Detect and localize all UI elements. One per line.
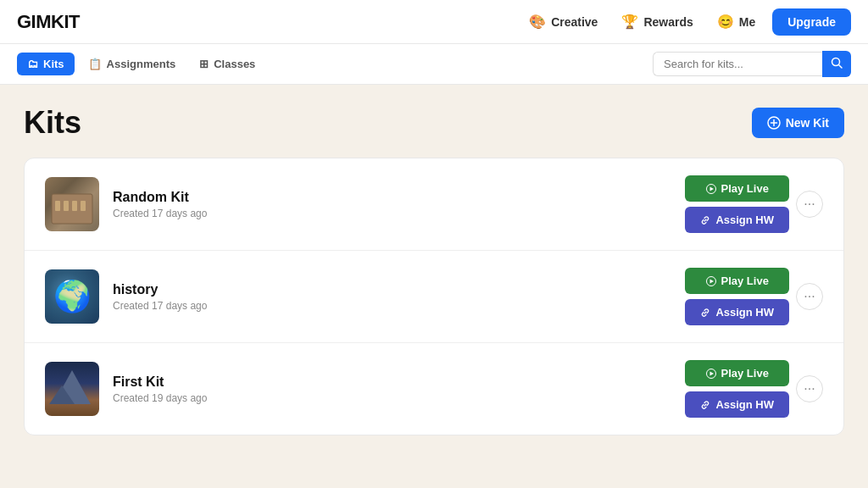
subheader: 🗂 Kits 📋 Assignments ⊞ Classes [0,44,868,85]
kit-left-first: First Kit Created 19 days ago [45,362,207,416]
kit-meta-history: Created 17 days ago [113,300,207,312]
assign-hw-label-first: Assign HW [715,398,774,411]
kit-buttons-history: Play Live Assign HW [685,268,789,325]
kit-meta-first: Created 19 days ago [113,392,207,404]
kit-left-random: Random Kit Created 17 days ago [45,177,207,231]
play-live-button-random[interactable]: Play Live [685,175,789,202]
kit-item-history: history Created 17 days ago Play Live [25,251,843,343]
assign-hw-label-history: Assign HW [715,306,774,319]
tab-classes-label: Classes [214,58,255,70]
kit-info-history: history Created 17 days ago [113,282,207,312]
nav-rewards[interactable]: 🏆 Rewards [615,8,699,35]
kit-actions-first: Play Live Assign HW ··· [685,360,823,418]
kits-header: Kits New Kit [24,105,844,141]
link-icon [700,400,710,410]
kits-list: Random Kit Created 17 days ago Play Live [24,158,844,435]
assign-hw-button-first[interactable]: Assign HW [685,391,789,418]
new-kit-button[interactable]: New Kit [752,108,844,138]
svg-marker-10 [709,371,714,375]
kit-info-first: First Kit Created 19 days ago [113,374,207,404]
nav-creative[interactable]: 🎨 Creative [522,8,604,35]
assign-hw-button-random[interactable]: Assign HW [685,207,789,233]
nav-creative-label: Creative [551,15,598,29]
play-live-label-first: Play Live [721,367,769,380]
svg-marker-6 [709,186,714,191]
search-wrapper [653,51,851,77]
logo: GIMKIT [17,11,80,33]
kit-meta-random: Created 17 days ago [113,208,207,219]
subnav: 🗂 Kits 📋 Assignments ⊞ Classes [17,53,265,75]
kit-buttons-first: Play Live Assign HW [685,360,789,418]
play-icon [706,276,716,286]
tab-assignments-label: Assignments [107,58,176,70]
kit-actions-random: Play Live Assign HW ··· [685,175,823,233]
plus-circle-icon [767,116,781,130]
me-emoji: 😊 [717,14,734,30]
kit-actions-history: Play Live Assign HW ··· [685,268,823,325]
search-icon [831,57,843,69]
new-kit-label: New Kit [786,116,829,130]
link-icon [700,308,710,318]
kits-icon: 🗂 [27,58,38,70]
page-title: Kits [24,105,81,141]
kit-thumbnail-history [45,269,99,324]
play-icon [706,184,716,194]
more-dots-icon: ··· [804,197,815,212]
assign-hw-button-history[interactable]: Assign HW [685,299,789,325]
tab-classes[interactable]: ⊞ Classes [189,53,265,75]
more-options-button-history[interactable]: ··· [796,283,823,310]
kit-thumbnail-first [45,362,99,416]
nav-me[interactable]: 😊 Me [710,8,762,35]
kit-item-random: Random Kit Created 17 days ago Play Live [25,158,843,251]
tab-kits-label: Kits [43,58,64,70]
creative-emoji: 🎨 [529,14,546,30]
play-live-button-history[interactable]: Play Live [685,268,789,294]
rewards-emoji: 🏆 [621,14,638,30]
svg-marker-8 [709,279,714,283]
assignments-icon: 📋 [88,58,102,70]
play-live-label-history: Play Live [721,274,769,287]
main-content: Kits New Kit Random Kit Created 17 days … [0,85,868,456]
search-button[interactable] [822,51,851,77]
kit-item-first: First Kit Created 19 days ago Play Live [25,343,843,435]
more-dots-icon: ··· [804,381,815,396]
kit-buttons-random: Play Live Assign HW [685,175,789,233]
header-nav: 🎨 Creative 🏆 Rewards 😊 Me Upgrade [522,8,851,36]
kit-info-random: Random Kit Created 17 days ago [113,190,207,219]
upgrade-button[interactable]: Upgrade [772,8,851,36]
kit-thumbnail-random [45,177,99,231]
classes-icon: ⊞ [199,58,209,70]
search-input[interactable] [653,52,822,76]
kit-name-history: history [113,282,207,297]
kit-left-history: history Created 17 days ago [45,269,207,324]
kit-name-random: Random Kit [113,190,207,205]
more-dots-icon: ··· [804,289,815,304]
link-icon [700,215,710,225]
more-options-button-random[interactable]: ··· [796,191,823,218]
svg-line-1 [839,65,843,69]
play-icon [706,369,716,379]
kit-name-first: First Kit [113,374,207,390]
assign-hw-label-random: Assign HW [715,214,774,226]
header: GIMKIT 🎨 Creative 🏆 Rewards 😊 Me Upgrade [0,0,868,44]
more-options-button-first[interactable]: ··· [796,375,823,402]
play-live-label-random: Play Live [721,182,769,195]
nav-rewards-label: Rewards [643,15,693,29]
play-live-button-first[interactable]: Play Live [685,360,789,386]
tab-assignments[interactable]: 📋 Assignments [78,53,186,75]
nav-me-label: Me [739,15,755,29]
tab-kits[interactable]: 🗂 Kits [17,53,75,75]
